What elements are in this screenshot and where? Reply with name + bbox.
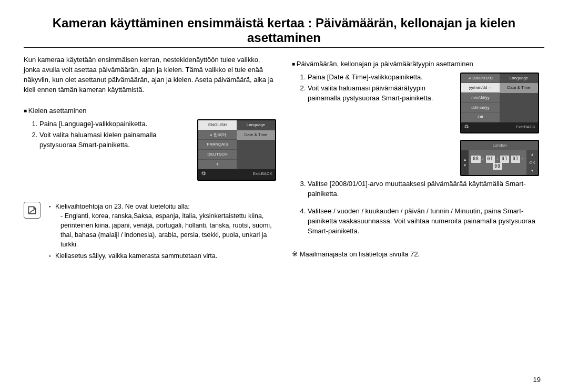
lcd-numeric-illustration: London ▲▼ 08 / 01 / 01 01 : 00 ▲ OK ▼ (460, 140, 539, 176)
lcd-lang-item: DEUTSCH (198, 150, 237, 160)
lcd-lang-item: ◄ 한국어 (198, 130, 237, 140)
lcd-date-right-top: Language (500, 74, 538, 84)
two-column-layout: Kun kameraa käytetään ensimmäisen kerran… (24, 55, 544, 263)
gear-icon (461, 122, 500, 133)
lcd-exit-label: Exit:BACK (500, 122, 538, 133)
note-bullet-2: Kieliasetus säilyy, vaikka kamerasta sam… (48, 251, 276, 261)
lcd-date-item: mm/dd/yy (461, 93, 500, 103)
gear-icon (198, 169, 237, 180)
lang-step-1: Paina [Language]-valikkopainiketta. (39, 119, 190, 129)
title-underline (24, 47, 544, 48)
intro-paragraph: Kun kameraa käytetään ensimmäisen kerran… (24, 55, 276, 95)
down-arrow-icon: ▼ (198, 160, 237, 170)
down-arrow-icon: ▼ (526, 167, 538, 175)
language-steps-row: Paina [Language]-valikkopainiketta. Voit… (24, 119, 276, 181)
left-column: Kun kameraa käytetään ensimmäisen kerran… (24, 55, 276, 263)
note-bullet-1: Kielivaihtoehtoja on 23. Ne ovat luetelo… (48, 202, 276, 250)
lcd-lang-item: ENGLISH (198, 120, 237, 130)
ok-label: OK (526, 159, 538, 167)
lcd-date-item: Off (461, 112, 500, 122)
dt-step-2: Voit valita haluamasi päivämäärätyypin p… (308, 84, 453, 104)
cross-reference-note: Maailmanajasta on lisätietoja sivulla 72… (292, 250, 544, 260)
left-arrow-icon: ◄ (209, 133, 214, 137)
lcd-date-right-hi: Date & Time (500, 83, 538, 93)
note-body: Kielivaihtoehtoja on 23. Ne ovat luetelo… (48, 202, 276, 263)
dt-step-1: Paina [Date & Time]-valikkopainiketta. (308, 73, 453, 82)
datetime-steps-1-2: Paina [Date & Time]-valikkopainiketta. V… (292, 73, 453, 105)
lcd-date-top: ◄ 2008/01/01 (461, 74, 500, 84)
lcd-date-item: yy/mm/dd ► (461, 83, 500, 93)
language-subheading: Kielen asettaminen (24, 106, 276, 116)
lcd-datetype-illustration: ◄ 2008/01/01 Language yy/mm/dd ► Date & … (460, 73, 539, 134)
page-number: 19 (533, 376, 541, 384)
language-steps: Paina [Language]-valikkopainiketta. Voit… (24, 119, 190, 151)
right-illustrations: ◄ 2008/01/01 Language yy/mm/dd ► Date & … (460, 73, 544, 176)
manual-page: Kameran käyttäminen ensimmäistä kertaa :… (0, 0, 568, 392)
page-title: Kameran käyttäminen ensimmäistä kertaa :… (24, 16, 544, 45)
note-icon (24, 202, 40, 219)
lcd-date-item: dd/mm/yy (461, 103, 500, 113)
lcd-num-digits: 08 / 01 / 01 01 : 00 (469, 150, 526, 175)
lcd-lang-right-hi: Date & Time (237, 130, 275, 140)
right-column: Päivämäärän, kellonajan ja päivämäärätyy… (292, 55, 544, 263)
lcd-exit-label: Exit:BACK (237, 169, 275, 180)
note-block: Kielivaihtoehtoja on 23. Ne ovat luetelo… (24, 202, 276, 263)
dt-step-3: Valitse [2008/01/01]-arvo muuttaaksesi p… (308, 179, 544, 199)
dt-step-4: Valitsee / vuoden / kuukauden / päivän /… (308, 207, 544, 236)
datetime-subheading: Päivämäärän, kellonajan ja päivämäärätyy… (292, 59, 544, 69)
lcd-lang-right-top: Language (237, 120, 275, 130)
lang-step-2: Voit valita haluamasi kielen painamalla … (39, 130, 190, 150)
lcd-num-head: London (461, 141, 538, 150)
left-arrow-icon: ◄ (468, 76, 472, 80)
lcd-language-illustration: ENGLISH Language ◄ 한국어 Date & Time FRANÇ… (197, 119, 276, 181)
lcd-lang-item: FRANÇAIS (198, 140, 237, 150)
up-arrow-icon: ▲ (526, 150, 538, 159)
right-arrow-icon: ► (487, 86, 492, 89)
updown-arrow-icon: ▲▼ (461, 150, 469, 175)
datetime-steps-row: Paina [Date & Time]-valikkopainiketta. V… (292, 73, 544, 176)
